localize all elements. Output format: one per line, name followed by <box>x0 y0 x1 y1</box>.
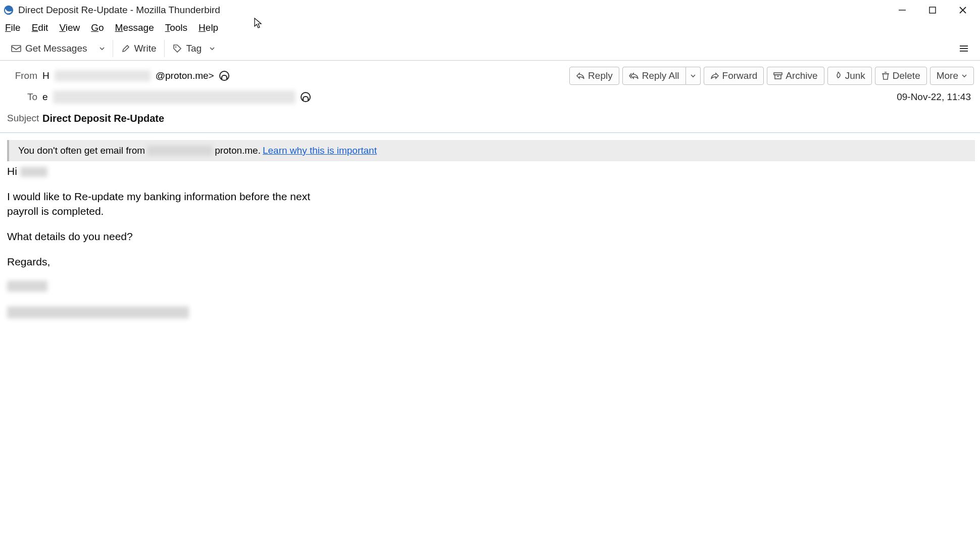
more-label: More <box>937 70 958 81</box>
svg-rect-2 <box>929 7 936 13</box>
toolbar: Get Messages Write Tag <box>0 36 980 61</box>
delete-button[interactable]: Delete <box>875 67 927 85</box>
message-datetime: 09-Nov-22, 11:43 <box>897 91 974 103</box>
infobar-prefix: You don't often get email from <box>18 145 145 156</box>
toolbar-separator <box>113 40 113 57</box>
infobar: You don't often get email from proton.me… <box>7 140 975 161</box>
forward-icon <box>710 72 719 79</box>
write-button[interactable]: Write <box>115 40 163 57</box>
delete-label: Delete <box>893 70 920 81</box>
svg-point-6 <box>175 46 177 48</box>
menubar: File Edit View Go Message Tools Help <box>0 20 980 36</box>
archive-button[interactable]: Archive <box>767 67 824 85</box>
menu-edit[interactable]: Edit <box>32 22 48 33</box>
tag-icon <box>173 44 182 53</box>
redacted-to <box>53 90 296 104</box>
subject-label: Subject <box>7 113 42 124</box>
junk-label: Junk <box>845 70 865 81</box>
get-messages-label: Get Messages <box>25 43 87 54</box>
window-title: Direct Deposit Re-Update - Mozilla Thund… <box>18 5 220 16</box>
menu-file[interactable]: File <box>5 22 21 33</box>
body-closing: Regards, <box>7 255 330 269</box>
get-messages-button[interactable]: Get Messages <box>5 40 93 57</box>
chevron-down-icon <box>209 45 216 52</box>
contact-icon[interactable] <box>301 92 311 102</box>
minimize-button[interactable] <box>897 5 907 15</box>
menu-message[interactable]: Message <box>115 22 154 33</box>
thunderbird-icon <box>3 5 14 16</box>
contact-icon[interactable] <box>219 71 229 81</box>
redacted-signature-line <box>7 281 330 295</box>
menu-view[interactable]: View <box>59 22 80 33</box>
message-header: From H@proton.me> Reply Reply All F <box>0 61 980 133</box>
body-paragraph: I would like to Re-update my banking inf… <box>7 190 330 218</box>
to-value: e <box>42 90 311 104</box>
forward-label: Forward <box>722 70 758 81</box>
archive-label: Archive <box>786 70 817 81</box>
titlebar: Direct Deposit Re-Update - Mozilla Thund… <box>0 0 980 20</box>
message-body: Hi I would like to Re-update my banking … <box>7 164 975 322</box>
infobar-suffix: proton.me. <box>215 145 261 156</box>
tag-label: Tag <box>186 43 202 54</box>
more-button[interactable]: More <box>930 67 974 85</box>
reply-all-icon <box>629 72 639 79</box>
reply-all-label: Reply All <box>642 70 679 81</box>
reply-button[interactable]: Reply <box>569 67 619 85</box>
inbox-download-icon <box>11 44 21 53</box>
chevron-down-icon <box>961 73 967 79</box>
app-menu-button[interactable] <box>953 41 975 56</box>
redacted-signature-line <box>7 306 330 322</box>
get-messages-dropdown[interactable] <box>93 42 111 55</box>
infobar-link[interactable]: Learn why this is important <box>263 145 377 156</box>
redacted-from <box>55 70 151 81</box>
maximize-button[interactable] <box>927 5 938 15</box>
reply-all-dropdown[interactable] <box>686 67 701 85</box>
svg-rect-11 <box>775 75 781 79</box>
reply-all-button[interactable]: Reply All <box>622 67 686 85</box>
archive-icon <box>773 72 782 80</box>
subject-value: Direct Deposit Re-Update <box>42 113 164 124</box>
redacted-infobar-address <box>147 146 213 156</box>
forward-button[interactable]: Forward <box>704 67 764 85</box>
pencil-icon <box>121 44 130 53</box>
toolbar-separator <box>164 40 165 57</box>
write-label: Write <box>134 43 157 54</box>
greeting-line: Hi <box>7 164 975 178</box>
close-button[interactable] <box>958 5 968 15</box>
redacted-name <box>20 167 47 177</box>
menu-go[interactable]: Go <box>91 22 104 33</box>
junk-button[interactable]: Junk <box>827 67 872 85</box>
from-value: H@proton.me> <box>42 70 229 81</box>
from-label: From <box>7 70 42 81</box>
message-actions: Reply Reply All Forward Archive <box>569 67 974 85</box>
tag-button[interactable]: Tag <box>167 40 222 57</box>
menu-tools[interactable]: Tools <box>165 22 187 33</box>
reply-icon <box>576 72 585 79</box>
menu-help[interactable]: Help <box>199 22 218 33</box>
flame-icon <box>834 71 842 80</box>
to-label: To <box>7 91 42 103</box>
trash-icon <box>881 71 890 80</box>
svg-rect-5 <box>12 45 21 52</box>
body-paragraph: What details do you need? <box>7 229 330 244</box>
message-body-pane: You don't often get email from proton.me… <box>0 133 980 327</box>
reply-label: Reply <box>588 70 613 81</box>
